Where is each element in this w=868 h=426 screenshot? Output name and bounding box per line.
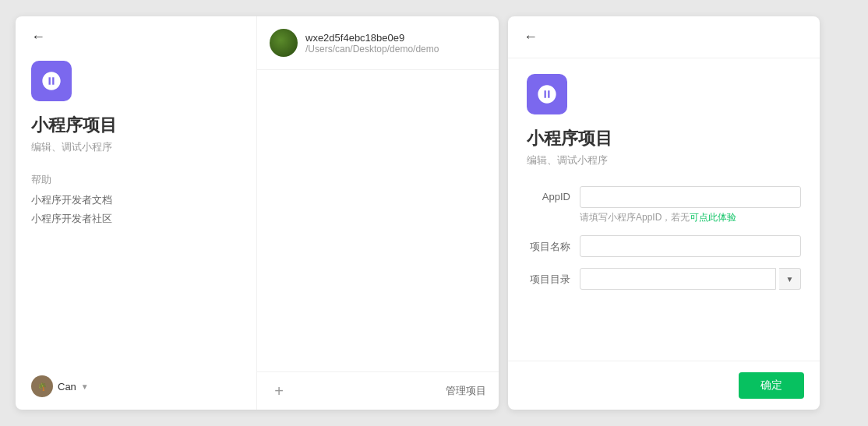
project-info: wxe2d5f4ebc18be0e9 /Users/can/Desktop/de… (305, 32, 439, 55)
left-sidebar: ← 小程序项目 编辑、调试小程序 帮助 小程序开发者文档 小程序开发者社区 🌴 … (16, 16, 257, 410)
app-icon (31, 61, 72, 101)
appid-hint-link[interactable]: 可点此体验 (690, 212, 736, 223)
project-content (257, 70, 499, 371)
right-panel-footer: 确定 (508, 361, 820, 410)
appid-label: AppID (527, 186, 570, 202)
appid-hint: 请填写小程序AppID，若无可点此体验 (580, 211, 801, 224)
appid-row: AppID 请填写小程序AppID，若无可点此体验 (527, 186, 801, 224)
bottom-bar: + 管理项目 (257, 371, 499, 410)
manage-projects-button[interactable]: 管理项目 (446, 384, 486, 398)
project-name-field-wrapper (580, 235, 801, 257)
user-avatar: 🌴 (31, 375, 53, 397)
app-subtitle: 编辑、调试小程序 (31, 140, 241, 154)
help-link-community[interactable]: 小程序开发者社区 (31, 212, 241, 226)
right-app-title: 小程序项目 (527, 127, 801, 150)
user-dropdown-arrow: ▼ (81, 382, 89, 391)
help-label: 帮助 (31, 173, 241, 187)
appid-hint-text: 请填写小程序AppID，若无 (580, 212, 690, 223)
help-link-docs[interactable]: 小程序开发者文档 (31, 193, 241, 207)
confirm-button[interactable]: 确定 (739, 372, 804, 399)
project-header: wxe2d5f4ebc18be0e9 /Users/can/Desktop/de… (257, 16, 499, 70)
right-back-button[interactable]: ← (524, 29, 538, 44)
right-panel: ← 小程序项目 编辑、调试小程序 AppID 请填写小程序AppID，若无可点此… (508, 16, 820, 410)
right-panel-content: 小程序项目 编辑、调试小程序 AppID 请填写小程序AppID，若无可点此体验… (508, 58, 820, 361)
left-main: wxe2d5f4ebc18be0e9 /Users/can/Desktop/de… (257, 16, 499, 410)
user-info[interactable]: 🌴 Can ▼ (31, 366, 241, 397)
right-panel-header: ← (508, 16, 820, 58)
appid-input[interactable] (580, 186, 801, 208)
project-name-row: 项目名称 (527, 235, 801, 257)
right-miniprogram-icon (536, 83, 558, 105)
project-dir-field-wrapper: ▼ (580, 268, 801, 290)
add-project-button[interactable]: + (270, 382, 288, 400)
project-dir-label: 项目目录 (527, 268, 570, 287)
project-dir-row: 项目目录 ▼ (527, 268, 801, 290)
help-section: 帮助 小程序开发者文档 小程序开发者社区 (31, 173, 241, 366)
user-name: Can (58, 381, 76, 393)
left-panel: ← 小程序项目 编辑、调试小程序 帮助 小程序开发者文档 小程序开发者社区 🌴 … (16, 16, 499, 410)
miniprogram-icon (41, 70, 62, 92)
right-app-subtitle: 编辑、调试小程序 (527, 153, 801, 167)
appid-field-wrapper: 请填写小程序AppID，若无可点此体验 (580, 186, 801, 224)
project-name-label: 项目名称 (527, 235, 570, 254)
project-path: /Users/can/Desktop/demo/demo (305, 44, 439, 55)
app-title: 小程序项目 (31, 114, 241, 137)
project-avatar (270, 29, 298, 57)
right-app-icon (527, 74, 567, 114)
project-dir-input[interactable] (580, 268, 776, 290)
back-button[interactable]: ← (31, 29, 47, 45)
main-container: ← 小程序项目 编辑、调试小程序 帮助 小程序开发者文档 小程序开发者社区 🌴 … (0, 0, 868, 426)
dir-input-row: ▼ (580, 268, 801, 290)
project-avatar-image (270, 29, 298, 57)
project-id: wxe2d5f4ebc18be0e9 (305, 32, 439, 44)
project-name-input[interactable] (580, 235, 801, 257)
dir-dropdown-button[interactable]: ▼ (779, 268, 801, 290)
